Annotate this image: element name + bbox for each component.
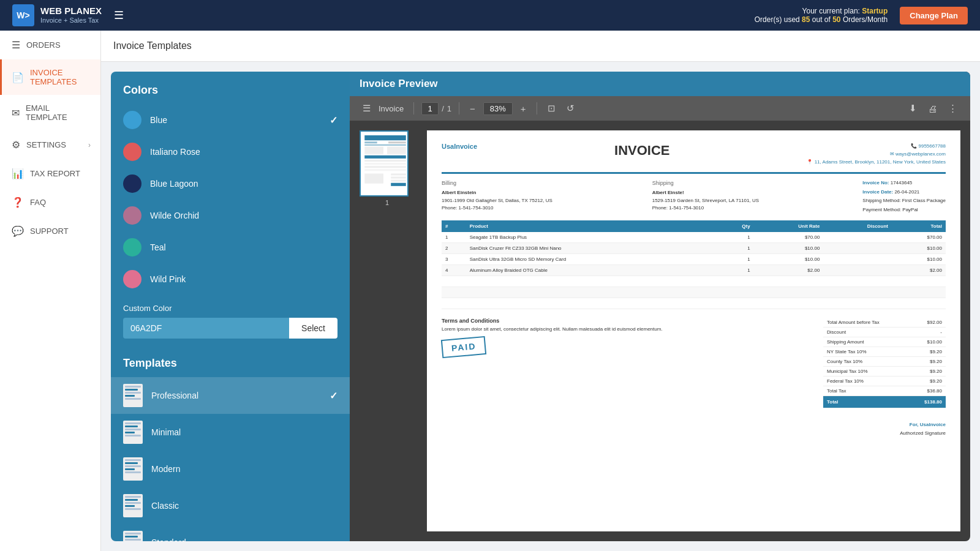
- zoom-input[interactable]: [483, 102, 513, 115]
- color-item-wilde-orchid[interactable]: Wilde Orchid: [111, 200, 350, 231]
- toolbar-separator-3: [537, 102, 537, 114]
- total-row: County Tax 10%$9.20: [823, 357, 946, 367]
- rotate-button[interactable]: ↺: [564, 101, 578, 116]
- faq-icon: ❓: [12, 197, 24, 208]
- zoom-out-button[interactable]: −: [467, 102, 478, 116]
- sidebar-item-tax-report[interactable]: 📊 TAX REPORT: [0, 159, 100, 188]
- print-button[interactable]: 🖨: [925, 102, 940, 116]
- svg-rect-7: [364, 156, 405, 159]
- right-panel: Invoice Preview ☰ Invoice / 1 − +: [350, 72, 970, 541]
- color-item-teal[interactable]: Teal: [111, 231, 350, 263]
- sidebar-item-email-template[interactable]: ✉ EMAIL TEMPLATE: [0, 95, 100, 130]
- svg-rect-1: [364, 135, 405, 140]
- header-right: Your current plan: Startup Order(s) used…: [755, 7, 968, 24]
- shipping-address: Shipping Albert Einste! 1529-1519 Garden…: [652, 179, 851, 214]
- total-row: Municipal Tax 10%$9.20: [823, 367, 946, 377]
- svg-rect-10: [364, 166, 405, 168]
- col-num: #: [442, 220, 466, 232]
- color-item-blue[interactable]: Blue ✓: [111, 104, 350, 136]
- table-row: 3 SanDisk Ultra 32GB Micro SD Memory Car…: [442, 253, 946, 264]
- color-swatch-blue: [123, 111, 141, 129]
- svg-rect-14: [391, 177, 406, 179]
- template-item-modern[interactable]: Modern: [111, 451, 350, 487]
- pdf-thumbnail-1[interactable]: [360, 130, 409, 197]
- color-item-italiano-rose[interactable]: Italiano Rose: [111, 136, 350, 168]
- total-row: NY State Tax 10%$9.20: [823, 347, 946, 357]
- sidebar-item-faq[interactable]: ❓ FAQ: [0, 188, 100, 217]
- custom-color-input[interactable]: [123, 318, 289, 339]
- table-header-row: # Product Qty Unit Rate Discount Total: [442, 220, 946, 232]
- download-button[interactable]: ⬇: [906, 101, 920, 116]
- svg-rect-15: [391, 180, 406, 182]
- total-row: Shipping Amount$10.00: [823, 337, 946, 347]
- col-unit-rate: Unit Rate: [754, 220, 824, 232]
- color-swatch-wild-pink: [123, 270, 141, 288]
- fit-page-button[interactable]: ⊡: [545, 101, 559, 116]
- settings-icon: ⚙: [12, 139, 20, 151]
- preview-title: Invoice Preview: [360, 78, 438, 90]
- invoice-details: Invoice No: 17443645 Invoice Date: 26-04…: [862, 179, 946, 214]
- color-swatch-teal: [123, 238, 141, 257]
- svg-rect-6: [387, 146, 406, 154]
- toolbar-separator: [413, 102, 414, 114]
- color-swatch-wilde-orchid: [123, 206, 141, 225]
- invoice-divider: [442, 172, 946, 174]
- selected-check-icon: ✓: [330, 114, 337, 126]
- invoice-templates-icon: 📄: [12, 72, 24, 83]
- color-item-wild-pink[interactable]: Wild Pink: [111, 263, 350, 295]
- sidebar-toggle-button[interactable]: ☰: [360, 101, 374, 116]
- pdf-label: Invoice: [379, 104, 404, 113]
- svg-rect-12: [364, 173, 383, 183]
- svg-rect-11: [364, 169, 405, 171]
- invoice-title: INVOICE: [614, 143, 669, 159]
- svg-rect-2: [364, 141, 377, 143]
- zoom-in-button[interactable]: +: [518, 102, 529, 116]
- pdf-content: 1 UsaInvoice INVOICE 📞 9955667788 ✉ ways…: [350, 121, 970, 541]
- invoice-left-bottom: Terms and Conditions Lorem ipsum dolor s…: [442, 318, 811, 408]
- template-selected-check-icon: ✓: [330, 390, 337, 402]
- change-plan-button[interactable]: Change Plan: [900, 7, 968, 24]
- chevron-right-icon: ›: [88, 141, 91, 149]
- svg-rect-16: [391, 183, 406, 186]
- total-row: Total Amount before Tax$92.00: [823, 318, 946, 328]
- total-row: Total Tax$36.80: [823, 386, 946, 396]
- support-icon: 💬: [12, 225, 24, 237]
- template-item-minimal[interactable]: Minimal: [111, 414, 350, 451]
- sidebar-item-orders[interactable]: ☰ ORDERS: [0, 31, 100, 59]
- col-product: Product: [466, 220, 717, 232]
- col-total: Total: [892, 220, 946, 232]
- sidebar-item-support[interactable]: 💬 SUPPORT: [0, 217, 100, 246]
- logo-area: W> WEB PLANEX Invoice + Sales Tax ☰: [12, 4, 124, 26]
- template-item-classic[interactable]: Classic: [111, 487, 350, 524]
- orders-icon: ☰: [12, 39, 20, 51]
- sidebar-item-invoice-templates[interactable]: 📄 INVOICE TEMPLATES: [0, 59, 100, 95]
- empty-table-row: [442, 298, 946, 309]
- svg-rect-5: [364, 146, 383, 154]
- invoice-addresses: Billing Albert Einstein 1901-1999 Old Ga…: [442, 179, 850, 214]
- pdf-toolbar: ☰ Invoice / 1 − + ⊡ ↺ ⬇: [350, 96, 970, 121]
- more-options-button[interactable]: ⋮: [945, 101, 960, 116]
- template-item-professional[interactable]: Professional ✓: [111, 377, 350, 414]
- table-row: 4 Aluminum Alloy Braided OTG Cable 1 $2.…: [442, 264, 946, 276]
- total-final-row: Total$138.80: [823, 396, 946, 408]
- color-item-blue-lagoon[interactable]: Blue Lagoon: [111, 168, 350, 200]
- template-thumb-modern: [123, 457, 143, 481]
- template-thumb-standard: [123, 531, 143, 541]
- select-color-button[interactable]: Select: [289, 318, 337, 339]
- sidebar-item-settings[interactable]: ⚙ SETTINGS ›: [0, 130, 100, 159]
- page-number-input[interactable]: [421, 102, 439, 115]
- svg-rect-4: [364, 144, 405, 145]
- invoice-footer: For, UsaInvoice Authorized Signature: [442, 421, 946, 438]
- invoice-terms: Terms and Conditions Lorem ipsum dolor s…: [442, 318, 811, 332]
- main-layout: ☰ ORDERS 📄 INVOICE TEMPLATES ✉ EMAIL TEM…: [0, 31, 980, 551]
- hamburger-menu-icon[interactable]: ☰: [114, 9, 124, 22]
- page-title: Invoice Templates: [101, 31, 980, 62]
- top-header: W> WEB PLANEX Invoice + Sales Tax ☰ Your…: [0, 0, 980, 31]
- main-content: Colors Blue ✓ Italiano Rose Blue Lagoon: [101, 62, 980, 551]
- svg-rect-8: [364, 160, 405, 162]
- template-thumb-professional: [123, 384, 143, 407]
- logo-icon: W>: [12, 4, 34, 26]
- color-swatch-blue-lagoon: [123, 174, 141, 193]
- tax-report-icon: 📊: [12, 168, 24, 179]
- template-item-standard[interactable]: Standard: [111, 524, 350, 541]
